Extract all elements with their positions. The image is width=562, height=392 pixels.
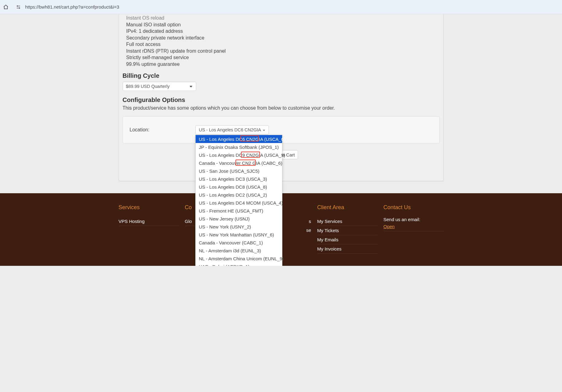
footer-link-vps-hosting[interactable]: VPS Hosting [119, 217, 179, 226]
location-option[interactable]: Canada - Vancouver (CABC_1) [196, 239, 282, 247]
footer-contact-text: Send us an email: Open [384, 217, 444, 231]
feature-line: Strictly self-managed service [126, 54, 436, 61]
location-select[interactable]: US - Los Angeles DC6 CN2GIA ( [195, 125, 269, 134]
highlight-box [235, 160, 256, 166]
location-option[interactable]: US - Los Angeles DC3 (USCA_3) [196, 175, 282, 183]
location-option[interactable]: UAE - Dubai (AEDXB_1) [196, 262, 282, 266]
location-option[interactable]: US - New Jersey (USNJ) [196, 215, 282, 223]
feature-line: Instant rDNS (PTR) update from control p… [126, 48, 436, 55]
footer-link-my-invoices[interactable]: My Invoices [317, 244, 377, 254]
feature-line: IPv4: 1 dedicated address [126, 28, 436, 35]
feature-line: Secondary private network interface [126, 35, 436, 41]
footer-link-my-emails[interactable]: My Emails [317, 235, 377, 244]
feature-line: Instant OS reload [126, 15, 436, 21]
location-option[interactable]: Canada - Vancouver CN2 GIA (CABC_6) [196, 159, 282, 167]
feature-line: Full root access [126, 41, 436, 48]
location-option[interactable]: US - San Jose (USCA_SJC5) [196, 167, 282, 175]
billing-cycle-select[interactable]: $89.99 USD Quarterly [123, 82, 196, 91]
location-option[interactable]: JP - Equinix Osaka Softbank (JPOS_1) [196, 143, 282, 151]
location-option[interactable]: US - Los Angeles DC2 (USCA_2) [196, 191, 282, 199]
home-icon[interactable] [3, 4, 9, 10]
feature-line: 99.9% uptime guarantee [126, 61, 436, 68]
footer-contact-open-link[interactable]: Open [384, 222, 444, 231]
footer-link-my-services[interactable]: My Services [317, 217, 377, 226]
location-option[interactable]: NL - Amsterdam China Unicom (EUNL_9) [196, 254, 282, 262]
location-option[interactable]: NL - Amsterdam i3d (EUNL_3) [196, 247, 282, 254]
location-option[interactable]: US - Los Angeles DC9 CN2GIA (USCA_9) [196, 151, 282, 159]
svg-point-0 [17, 6, 18, 6]
feature-list: Instant OS reloadManual ISO install opti… [119, 14, 443, 72]
location-option[interactable]: US - New York Manhattan (USNY_6) [196, 231, 282, 239]
location-option[interactable]: US - Los Angeles DC8 (USCA_8) [196, 183, 282, 191]
footer-col-client-area: Client Area My Services My Tickets My Em… [317, 204, 377, 254]
location-option[interactable]: US - Los Angeles DC6 CN2GIA (USCA_6) [196, 135, 282, 143]
footer-client-title: Client Area [317, 204, 377, 211]
footer-services-title: Services [119, 204, 179, 211]
location-option[interactable]: US - New York (USNY_2) [196, 223, 282, 231]
svg-point-1 [19, 8, 20, 9]
location-option[interactable]: US - Fremont HE (USCA_FMT) [196, 207, 282, 215]
address-bar[interactable]: https://bwh81.net/cart.php?a=confproduct… [12, 2, 123, 12]
footer-col-services: Services VPS Hosting [119, 204, 179, 254]
url-text: https://bwh81.net/cart.php?a=confproduct… [24, 2, 119, 12]
highlight-box [241, 152, 260, 158]
config-box: Location: US - Los Angeles DC6 CN2GIA ( … [123, 116, 440, 143]
browser-bar: https://bwh81.net/cart.php?a=confproduct… [0, 0, 562, 14]
footer-link-my-tickets[interactable]: My Tickets [317, 226, 377, 235]
product-config-card: Instant OS reloadManual ISO install opti… [119, 14, 444, 181]
config-options-title: Configurable Options [119, 96, 443, 104]
footer-col-contact: Contact Us Send us an email: Open [384, 204, 444, 254]
location-dropdown[interactable]: US - Los Angeles DC6 CN2GIA (USCA_6)JP -… [195, 135, 282, 266]
billing-cycle-title: Billing Cycle [119, 72, 443, 79]
footer-contact-title: Contact Us [384, 204, 444, 211]
site-settings-icon[interactable] [16, 5, 21, 9]
location-option[interactable]: US - Los Angeles DC4 MCOM (USCA_4) [196, 199, 282, 207]
config-options-desc: This product/service has some options wh… [119, 104, 443, 116]
feature-line: Manual ISO install option [126, 21, 436, 28]
location-label: Location: [130, 127, 150, 133]
highlight-box [240, 135, 259, 141]
